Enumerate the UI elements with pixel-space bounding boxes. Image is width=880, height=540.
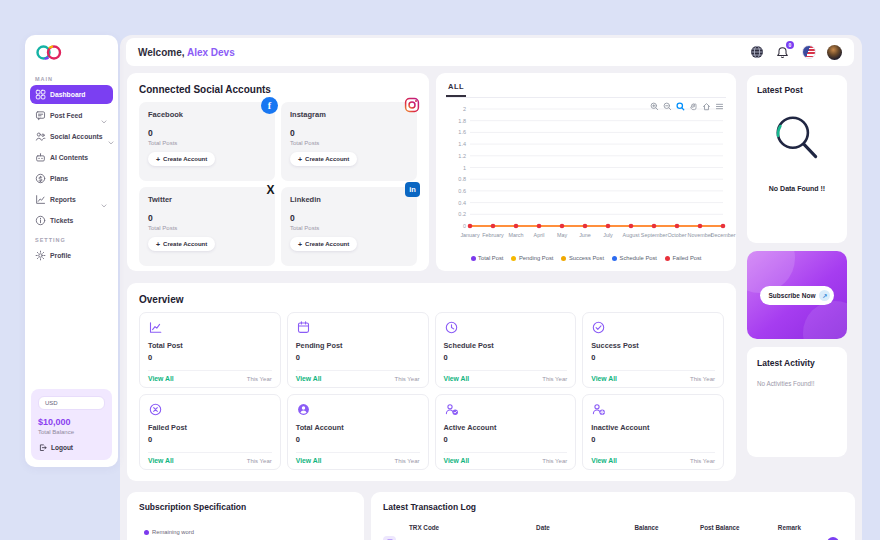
language-flag-button[interactable] [801,45,816,60]
view-all-link[interactable]: View All [591,375,617,382]
plus-icon: + [156,241,160,248]
user-check-icon [444,402,568,417]
sidebar-item-tickets[interactable]: Tickets [30,211,113,230]
legend-item-schedule-post[interactable]: Schedule Post [612,255,657,261]
chart-legend: Total Post Pending Post Success Post Sch… [446,255,726,261]
view-all-link[interactable]: View All [591,457,617,464]
header-icons: 0 [749,45,842,60]
receipt-icon [383,536,396,540]
view-all-link[interactable]: View All [444,457,470,464]
sidebar-item-label: Post Feed [50,112,96,119]
sidebar-item-label: Reports [50,196,96,203]
username-text: Alex Devs [187,47,235,58]
sidebar-item-reports[interactable]: Reports [30,190,113,209]
sidebar-item-plans[interactable]: Plans [30,169,113,188]
social-accounts-icon [35,131,46,142]
sidebar-item-label: Plans [50,175,108,182]
legend-item-failed-post[interactable]: Failed Post [665,255,702,261]
globe-button[interactable] [749,45,764,60]
period-label: This Year [690,458,715,464]
legend-item-success-post[interactable]: Success Post [561,255,604,261]
legend-item-total-post[interactable]: Total Post [471,255,504,261]
pan-icon[interactable] [689,97,698,106]
subscribe-now-button[interactable]: Subscribe Now ↗ [760,286,835,305]
overview-stat-card-pending-post: Pending Post 0 View All This Year [287,312,429,388]
transactions-table: TRX CodeDateBalancePost BalanceRemark N0… [383,524,843,540]
subscription-spec-title: Subscription Specification [139,502,352,512]
create-account-button[interactable]: + Create Account [148,152,215,166]
sidebar-item-post-feed[interactable]: Post Feed [30,106,113,125]
post-feed-icon [35,110,46,121]
legend-item-pending-post[interactable]: Pending Post [511,255,553,261]
view-all-link[interactable]: View All [148,457,174,464]
legend-label: Failed Post [672,255,701,261]
app-logo[interactable] [25,35,118,69]
latest-post-title: Latest Post [757,85,837,95]
view-all-link[interactable]: View All [148,375,174,382]
row-action-button[interactable]: ↗ [827,537,839,540]
data-point-marker [583,224,588,229]
view-all-link[interactable]: View All [444,375,470,382]
spec-legend: Remaining word [144,529,352,535]
period-label: This Year [542,376,567,382]
social-post-count-label: Total Posts [290,225,408,231]
y-axis-label: 2 [463,106,466,112]
notifications-button[interactable]: 0 [775,45,790,60]
stat-title: Success Post [591,341,715,350]
sidebar-item-ai-contents[interactable]: AI Contents [30,148,113,167]
social-platform-name: Facebook [148,110,266,119]
y-axis-label: 1.8 [458,118,466,124]
y-axis-label: 0.6 [458,188,466,194]
selection-zoom-icon[interactable] [676,97,685,106]
legend-label: Remaining word [152,529,194,535]
data-point-marker [491,224,496,229]
line-chart[interactable]: 00.20.40.60.811.21.41.61.82JanuaryFebrua… [446,98,726,254]
y-axis-label: 0.2 [458,211,466,217]
data-point-marker [468,224,473,229]
view-all-link[interactable]: View All [296,457,322,464]
create-account-button[interactable]: + Create Account [148,237,215,251]
sidebar-item-profile[interactable]: Profile [30,246,113,265]
zoom-out-icon[interactable] [663,97,672,106]
stat-title: Total Account [296,423,420,432]
facebook-icon: f [261,97,278,114]
stat-footer: View All This Year [296,370,420,382]
data-point-marker [514,224,519,229]
create-account-button[interactable]: + Create Account [290,237,357,251]
legend-dot [471,256,476,261]
view-all-link[interactable]: View All [296,375,322,382]
stat-title: Total Post [148,341,272,350]
period-label: This Year [247,458,272,464]
table-header-cell: Post Balance [700,524,774,531]
avatar [827,45,842,60]
clock-icon [444,320,568,335]
overview-stat-card-schedule-post: Schedule Post 0 View All This Year [435,312,577,388]
legend-dot [665,256,670,261]
legend-label: Pending Post [519,255,553,261]
menu-icon[interactable] [715,97,724,106]
transaction-log-title: Latest Transaction Log [383,502,843,512]
x-axis-label: May [557,232,567,238]
profile-menu-button[interactable] [827,45,842,60]
dashboard-icon [35,89,46,100]
transactions-table-header: TRX CodeDateBalancePost BalanceRemark [383,524,843,531]
chart-toolbar [650,97,724,106]
nav-section-label: MAIN [35,76,108,82]
logout-button[interactable]: Logout [38,443,105,452]
overview-card: Overview Total Post 0 View All This Year… [127,283,736,481]
currency-select[interactable]: USD [38,396,105,410]
social-post-count: 0 [290,128,408,138]
create-account-button[interactable]: + Create Account [290,152,357,166]
overview-stat-card-success-post: Success Post 0 View All This Year [582,312,724,388]
stat-value: 0 [148,435,272,444]
tickets-icon [35,215,46,226]
tab-all[interactable]: ALL [446,82,466,97]
period-label: This Year [690,376,715,382]
globe-icon [750,45,764,59]
period-label: This Year [394,458,419,464]
home-icon[interactable] [702,97,711,106]
latest-activity-title: Latest Activity [757,358,837,368]
sidebar-item-dashboard[interactable]: Dashboard [30,85,113,104]
zoom-in-icon[interactable] [650,97,659,106]
sidebar-item-social-accounts[interactable]: Social Accounts [30,127,113,146]
